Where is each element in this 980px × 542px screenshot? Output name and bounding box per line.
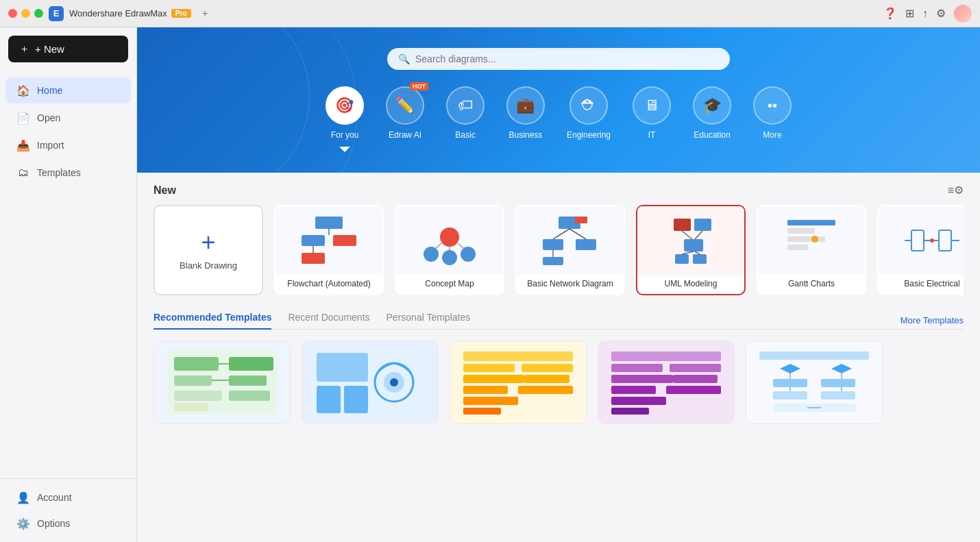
template-basic-network-img (517, 206, 624, 275)
tab-add-button[interactable]: + (202, 8, 208, 20)
basic-network-label: Basic Network Diagram (517, 275, 624, 294)
import-icon: 📥 (16, 138, 30, 152)
education-icon-wrap: 🎓 (693, 86, 731, 125)
it-icon-wrap: 🖥 (633, 86, 671, 125)
it-icon: 🖥 (644, 97, 659, 114)
svg-rect-52 (317, 353, 368, 382)
svg-point-8 (442, 250, 457, 265)
help-icon[interactable]: ❓ (883, 7, 897, 20)
basic-electrical-label: Basic Electrical (879, 275, 964, 294)
svg-rect-44 (174, 391, 222, 401)
category-education[interactable]: 🎓 Education (693, 86, 731, 140)
business-icon: 💼 (516, 97, 535, 114)
svg-rect-27 (693, 254, 707, 264)
foryou-label: For you (331, 130, 359, 140)
template-gantt[interactable]: Gantt Charts (757, 205, 866, 295)
tab-personal[interactable]: Personal Templates (387, 312, 471, 330)
category-edrawai[interactable]: ✏️ HOT Edraw AI (386, 86, 424, 140)
svg-line-28 (682, 251, 694, 254)
category-business[interactable]: 💼 Business (506, 86, 545, 140)
svg-line-10 (435, 243, 441, 249)
template-uml-modeling-img (637, 206, 744, 275)
template-concept-map-img (396, 206, 503, 275)
titlebar-right: ❓ ⊞ ↑ ⚙ (883, 5, 972, 23)
template-basic-network[interactable]: Basic Network Diagram (515, 205, 625, 295)
category-more[interactable]: •• More (753, 86, 792, 140)
svg-line-12 (458, 243, 464, 249)
sidebar-item-templates[interactable]: 🗂 Templates (5, 160, 131, 186)
account-icon: 👤 (16, 491, 30, 504)
rec-card-2-img (302, 341, 438, 423)
sidebar-item-home[interactable]: 🏠 Home (5, 77, 131, 103)
minimize-button[interactable] (21, 9, 30, 18)
template-flowchart-auto-img (275, 206, 382, 275)
svg-rect-22 (694, 219, 711, 231)
template-concept-map[interactable]: Concept Map (395, 205, 504, 295)
search-input[interactable] (415, 53, 719, 64)
svg-rect-77 (666, 386, 721, 394)
sidebar-label-options: Options (37, 518, 70, 529)
tab-recent[interactable]: Recent Documents (288, 312, 369, 330)
svg-rect-72 (611, 386, 656, 394)
sidebar-label-templates: Templates (37, 167, 81, 178)
svg-rect-0 (315, 217, 343, 229)
sidebar: ＋ + New 🏠 Home 📄 Open 📥 Import 🗂 Templat… (0, 27, 137, 542)
tab-recommended[interactable]: Recommended Templates (154, 312, 271, 330)
svg-rect-14 (575, 217, 587, 223)
svg-line-24 (682, 231, 692, 239)
maximize-button[interactable] (34, 9, 43, 18)
sidebar-item-account[interactable]: 👤 Account (5, 484, 131, 510)
svg-line-25 (695, 231, 702, 239)
category-basic[interactable]: 🏷 Basic (446, 86, 485, 140)
sidebar-item-import[interactable]: 📥 Import (5, 132, 131, 158)
foryou-icon: 🎯 (335, 97, 354, 114)
svg-rect-54 (344, 386, 368, 413)
blank-drawing-card[interactable]: + Blank Drawing (154, 205, 263, 295)
rec-card-5-img (746, 341, 882, 423)
more-templates-link[interactable]: More Templates (901, 315, 964, 325)
category-engineering[interactable]: ⛑ Engineering (567, 86, 611, 140)
sidebar-item-options[interactable]: ⚙️ Options (5, 510, 131, 537)
sidebar-item-open[interactable]: 📄 Open (5, 105, 131, 131)
rec-card-3-img (450, 341, 586, 423)
tabs-section: Recommended Templates Recent Documents P… (137, 312, 980, 330)
svg-rect-66 (525, 375, 569, 383)
main-layout: ＋ + New 🏠 Home 📄 Open 📥 Import 🗂 Templat… (0, 27, 980, 542)
new-button[interactable]: ＋ + New (8, 36, 128, 62)
svg-rect-23 (684, 239, 703, 251)
category-it[interactable]: 🖥 IT (633, 86, 671, 140)
svg-rect-3 (333, 235, 356, 246)
rec-card-1[interactable] (154, 341, 291, 424)
close-button[interactable] (8, 9, 17, 18)
svg-line-15 (553, 229, 569, 239)
search-bar[interactable]: 🔍 (387, 48, 730, 70)
rec-card-4[interactable] (598, 341, 735, 424)
new-section-settings-icon[interactable]: ≡⚙ (948, 184, 964, 197)
rec-card-5[interactable] (746, 341, 883, 424)
svg-point-6 (440, 227, 459, 247)
settings-icon[interactable]: ⚙ (936, 7, 946, 20)
titlebar: E Wondershare EdrawMax Pro + ❓ ⊞ ↑ ⚙ (0, 0, 980, 27)
share-icon[interactable]: ↑ (922, 8, 928, 20)
rec-card-3[interactable] (450, 341, 587, 424)
svg-line-29 (695, 251, 700, 254)
rec-card-4-img (598, 341, 734, 423)
rec-card-5-svg (752, 345, 876, 420)
svg-rect-83 (821, 379, 855, 387)
svg-point-7 (424, 247, 439, 262)
template-uml-modeling[interactable]: UML Modeling (636, 205, 746, 295)
basic-icon: 🏷 (458, 97, 473, 114)
rec-card-2[interactable] (302, 341, 439, 424)
category-foryou[interactable]: 🎯 For you (326, 86, 364, 152)
rec-card-2-svg (308, 345, 432, 420)
more-label: More (763, 130, 781, 140)
uml-modeling-label: UML Modeling (637, 275, 744, 294)
template-flowchart-auto[interactable]: Flowchart (Automated) (274, 205, 384, 295)
flowchart-auto-label: Flowchart (Automated) (275, 275, 382, 294)
avatar[interactable] (954, 5, 972, 23)
template-basic-electrical[interactable]: Basic Electrical (877, 205, 964, 295)
engineering-icon-wrap: ⛑ (569, 86, 608, 125)
grid-icon[interactable]: ⊞ (905, 7, 914, 20)
svg-rect-45 (174, 403, 208, 411)
basic-label: Basic (455, 130, 475, 140)
